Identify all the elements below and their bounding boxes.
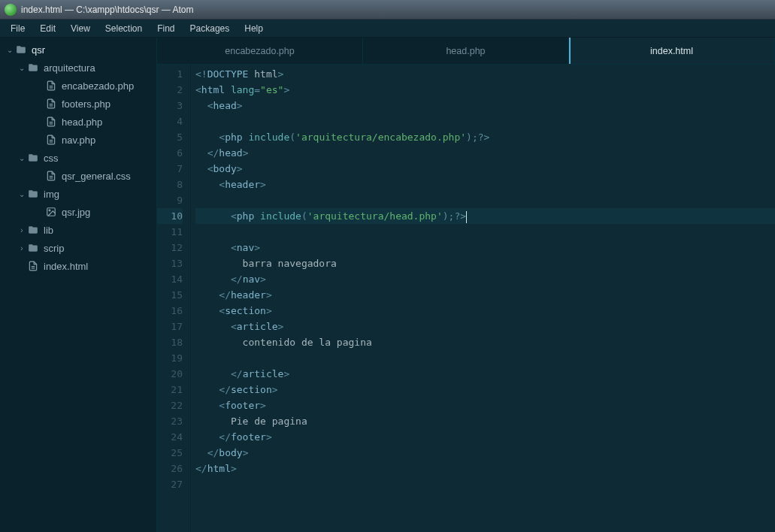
tab-bar: encabezado.phphead.phpindex.html bbox=[157, 38, 775, 65]
code-line[interactable]: <html lang="es"> bbox=[195, 82, 775, 98]
caret-icon[interactable]: ⌄ bbox=[5, 46, 15, 54]
line-number[interactable]: 21 bbox=[157, 382, 183, 397]
code-line[interactable]: <head> bbox=[195, 98, 775, 113]
code-line[interactable]: <!DOCTYPE html> bbox=[195, 66, 775, 82]
line-number[interactable]: 23 bbox=[157, 413, 183, 429]
caret-icon[interactable]: › bbox=[17, 226, 27, 234]
tree-file-footers.php-icon bbox=[45, 98, 57, 110]
line-number[interactable]: 12 bbox=[157, 240, 183, 255]
tree-file-qsr.jpg[interactable]: qsr.jpg bbox=[0, 203, 156, 221]
caret-icon[interactable]: › bbox=[17, 244, 27, 252]
caret-icon[interactable]: ⌄ bbox=[17, 154, 27, 162]
menu-edit[interactable]: Edit bbox=[32, 21, 63, 36]
line-number[interactable]: 27 bbox=[157, 476, 183, 492]
tab-index-html[interactable]: index.html bbox=[569, 38, 775, 64]
code-line[interactable]: </header> bbox=[195, 287, 775, 303]
line-number[interactable]: 8 bbox=[157, 177, 183, 192]
line-number[interactable]: 1 bbox=[157, 66, 183, 82]
code-line[interactable]: </html> bbox=[195, 461, 775, 476]
code-line[interactable]: </nav> bbox=[195, 271, 775, 287]
code-line[interactable]: barra navegadora bbox=[195, 255, 775, 271]
tree-label: encabezado.php bbox=[62, 80, 134, 92]
menu-find[interactable]: Find bbox=[150, 21, 182, 36]
line-number[interactable]: 9 bbox=[157, 192, 183, 208]
code-area[interactable]: <!DOCTYPE html><html lang="es"> <head> <… bbox=[191, 65, 775, 532]
line-number[interactable]: 20 bbox=[157, 366, 183, 382]
tab-encabezado-php[interactable]: encabezado.php bbox=[157, 38, 363, 64]
code-line[interactable] bbox=[195, 350, 775, 366]
line-number[interactable]: 25 bbox=[157, 445, 183, 461]
line-number[interactable]: 19 bbox=[157, 350, 183, 366]
line-number[interactable]: 18 bbox=[157, 334, 183, 350]
line-number-gutter[interactable]: 1234567891011121314151617181920212223242… bbox=[157, 65, 191, 532]
window-title: index.html — C:\xampp\htdocs\qsr — Atom bbox=[21, 5, 193, 15]
code-line[interactable] bbox=[195, 476, 775, 492]
menu-packages[interactable]: Packages bbox=[183, 21, 238, 36]
line-number[interactable]: 7 bbox=[157, 161, 183, 177]
line-number[interactable]: 5 bbox=[157, 129, 183, 145]
tree-label: nav.php bbox=[62, 135, 95, 146]
tree-folder-img[interactable]: ⌄img bbox=[0, 185, 156, 203]
line-number[interactable]: 22 bbox=[157, 397, 183, 413]
code-line[interactable]: <footer> bbox=[195, 397, 775, 413]
tree-view-sidebar[interactable]: ⌄qsr⌄arquitecturaencabezado.phpfooters.p… bbox=[0, 38, 157, 532]
caret-icon[interactable]: ⌄ bbox=[17, 190, 27, 198]
line-number[interactable]: 2 bbox=[157, 82, 183, 98]
tree-file-nav.php[interactable]: nav.php bbox=[0, 131, 156, 149]
code-line[interactable]: <section> bbox=[195, 303, 775, 319]
code-line[interactable]: <nav> bbox=[195, 240, 775, 255]
line-number[interactable]: 14 bbox=[157, 271, 183, 287]
code-line[interactable]: </head> bbox=[195, 145, 775, 161]
code-line[interactable]: <php include('arquitectura/encabezado.ph… bbox=[195, 129, 775, 145]
code-line[interactable] bbox=[195, 113, 775, 129]
code-line[interactable]: Pie de pagina bbox=[195, 413, 775, 429]
menu-help[interactable]: Help bbox=[237, 21, 271, 36]
code-line[interactable]: contenido de la pagina bbox=[195, 334, 775, 350]
line-number[interactable]: 3 bbox=[157, 98, 183, 113]
tree-label: index.html bbox=[44, 261, 88, 272]
tree-folder-lib[interactable]: ›lib bbox=[0, 221, 156, 239]
text-editor[interactable]: 1234567891011121314151617181920212223242… bbox=[157, 65, 775, 532]
menu-view[interactable]: View bbox=[63, 21, 98, 36]
code-line[interactable]: <article> bbox=[195, 319, 775, 334]
line-number[interactable]: 17 bbox=[157, 319, 183, 334]
code-line[interactable]: </section> bbox=[195, 382, 775, 397]
svg-point-11 bbox=[49, 210, 50, 211]
tree-file-encabezado.php[interactable]: encabezado.php bbox=[0, 77, 156, 95]
tree-label: footers.php bbox=[62, 98, 110, 110]
tree-label: css bbox=[44, 153, 59, 164]
tab-head-php[interactable]: head.php bbox=[363, 38, 569, 64]
line-number[interactable]: 26 bbox=[157, 461, 183, 476]
code-line[interactable]: </body> bbox=[195, 445, 775, 461]
menu-selection[interactable]: Selection bbox=[98, 21, 150, 36]
caret-icon[interactable]: ⌄ bbox=[17, 64, 27, 72]
line-number[interactable]: 10 bbox=[157, 208, 183, 224]
menu-file[interactable]: File bbox=[3, 21, 32, 36]
code-line[interactable]: </footer> bbox=[195, 429, 775, 445]
code-line[interactable] bbox=[195, 224, 775, 240]
code-line[interactable]: </article> bbox=[195, 366, 775, 382]
code-line[interactable]: <body> bbox=[195, 161, 775, 177]
line-number[interactable]: 13 bbox=[157, 255, 183, 271]
tree-label: img bbox=[44, 189, 59, 200]
line-number[interactable]: 4 bbox=[157, 113, 183, 129]
tree-folder-css[interactable]: ⌄css bbox=[0, 149, 156, 167]
tree-folder-arquitectura[interactable]: ⌄arquitectura bbox=[0, 59, 156, 77]
tree-root[interactable]: ⌄qsr bbox=[0, 41, 156, 59]
tree-file-nav.php-icon bbox=[45, 134, 57, 146]
code-line[interactable]: <php include('arquitectura/head.php');?> bbox=[195, 208, 775, 224]
tree-folder-css-icon bbox=[27, 152, 39, 164]
tree-file-head.php[interactable]: head.php bbox=[0, 113, 156, 131]
tree-file-footers.php[interactable]: footers.php bbox=[0, 95, 156, 113]
line-number[interactable]: 24 bbox=[157, 429, 183, 445]
line-number[interactable]: 16 bbox=[157, 303, 183, 319]
line-number[interactable]: 15 bbox=[157, 287, 183, 303]
line-number[interactable]: 6 bbox=[157, 145, 183, 161]
tree-folder-scrip[interactable]: ›scrip bbox=[0, 239, 156, 257]
tree-file-qsr_general.css[interactable]: qsr_general.css bbox=[0, 167, 156, 185]
tree-file-index.html[interactable]: index.html bbox=[0, 257, 156, 275]
line-number[interactable]: 11 bbox=[157, 224, 183, 240]
code-line[interactable]: <header> bbox=[195, 177, 775, 192]
code-line[interactable] bbox=[195, 192, 775, 208]
editor-pane: encabezado.phphead.phpindex.html 1234567… bbox=[157, 38, 775, 532]
